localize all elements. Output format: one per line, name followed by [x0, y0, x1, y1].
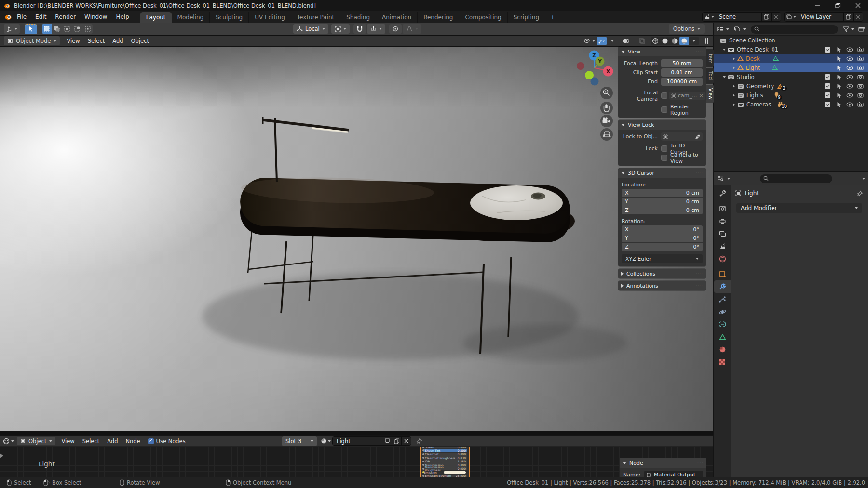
menu-window[interactable]: Window [80, 11, 111, 23]
viewport-canvas[interactable]: Z Y X [0, 47, 713, 431]
cursor-loc-y[interactable]: Y0 cm [622, 198, 703, 206]
outliner-row-lights[interactable]: Lights 9 [714, 91, 868, 100]
view-layer-name[interactable]: View Layer [797, 13, 843, 20]
close-button[interactable] [848, 0, 868, 11]
outliner-row-studio[interactable]: Studio [714, 72, 868, 81]
add-workspace-button[interactable]: + [545, 12, 560, 23]
tab-render[interactable] [715, 202, 730, 215]
gizmo-neg-x[interactable] [577, 62, 584, 70]
expand-icon[interactable] [733, 103, 735, 106]
clip-end-field[interactable]: 100000 cm [661, 78, 703, 86]
collection-checkbox[interactable] [825, 92, 830, 98]
focal-length-field[interactable]: 50 mm [661, 59, 703, 67]
shader-menu-select[interactable]: Select [79, 438, 103, 445]
rotation-order-dropdown[interactable]: XYZ Euler [622, 254, 703, 263]
camera-view-button[interactable] [600, 115, 613, 127]
tab-world[interactable] [715, 252, 730, 265]
expand-icon[interactable] [733, 85, 735, 88]
render-toggle[interactable] [855, 102, 866, 107]
collections-header[interactable]: Collections:::: [618, 269, 706, 278]
expand-icon[interactable] [733, 66, 735, 69]
render-toggle[interactable] [855, 83, 866, 89]
tab-object[interactable] [715, 268, 730, 280]
outliner-row-cameras[interactable]: Cameras 10 [714, 100, 868, 109]
collection-checkbox[interactable] [825, 47, 830, 53]
outliner-row-desk[interactable]: Desk [714, 54, 868, 63]
emission-color-swatch[interactable] [444, 471, 466, 474]
outliner-editor-icon[interactable] [717, 26, 724, 32]
scene-selector[interactable]: Scene [702, 12, 781, 22]
region-divider[interactable] [714, 171, 868, 172]
options-dropdown[interactable]: Options [669, 24, 705, 34]
menu-file[interactable]: File [13, 11, 31, 23]
shader-canvas[interactable]: Light Sheen0.000 Sheen Tint0.500 Clearco… [0, 447, 713, 477]
pin-icon[interactable] [416, 438, 422, 444]
render-toggle[interactable] [855, 92, 866, 98]
blender-menu-icon[interactable] [4, 13, 12, 21]
outliner-search-input[interactable] [751, 25, 838, 34]
pivot-point-dropdown[interactable] [331, 24, 350, 34]
shader-menu-add[interactable]: Add [103, 438, 122, 445]
snap-settings-dropdown[interactable] [367, 24, 385, 34]
render-toggle[interactable] [855, 47, 866, 52]
unlink-material-button[interactable] [401, 437, 411, 446]
shading-wireframe[interactable] [651, 37, 660, 45]
new-view-layer-button[interactable] [843, 13, 853, 21]
tab-physics[interactable] [715, 305, 730, 318]
hide-toggle[interactable] [844, 47, 855, 52]
shading-material[interactable] [670, 37, 679, 45]
cursor-rot-z[interactable]: Z0° [622, 243, 703, 251]
eyedropper-icon[interactable] [695, 134, 701, 140]
viewport-menu-select[interactable]: Select [84, 38, 108, 44]
tab-object-data[interactable] [715, 330, 730, 343]
expand-icon[interactable] [733, 94, 735, 97]
proportional-editing-toggle[interactable] [389, 24, 402, 34]
expand-icon[interactable] [733, 57, 735, 60]
hide-toggle[interactable] [844, 93, 855, 98]
lock-to-object-field[interactable] [661, 132, 703, 141]
outliner-row-scene-collection[interactable]: Scene Collection [714, 36, 868, 45]
viewport-menu-view[interactable]: View [63, 38, 83, 44]
tab-texture[interactable] [715, 356, 730, 368]
selectable-toggle[interactable] [834, 74, 844, 80]
minimize-button[interactable] [807, 0, 827, 11]
shader-type-dropdown[interactable]: Object [17, 437, 55, 445]
active-tool-select-box[interactable] [25, 24, 37, 34]
selectable-toggle[interactable] [834, 102, 844, 107]
collection-checkbox[interactable] [825, 74, 830, 80]
overlays-toggle[interactable] [621, 37, 630, 45]
tab-material[interactable] [715, 343, 730, 356]
select-mode-set[interactable] [42, 24, 52, 34]
local-camera-field[interactable]: cam_... × [669, 92, 705, 100]
mode-dropdown[interactable]: Object Mode [4, 36, 60, 45]
hide-toggle[interactable] [844, 102, 855, 107]
scene-name[interactable]: Scene [715, 13, 761, 20]
local-camera-checkbox[interactable] [661, 92, 667, 99]
selectable-toggle[interactable] [834, 92, 844, 98]
hide-toggle[interactable] [844, 56, 855, 61]
viewport-menu-add[interactable]: Add [108, 38, 127, 44]
view-lock-header[interactable]: View Lock [618, 120, 706, 130]
tab-uv-editing[interactable]: UV Editing [249, 12, 291, 23]
to-3d-cursor-checkbox[interactable] [661, 145, 667, 152]
display-mode-icon[interactable] [734, 26, 741, 32]
collection-checkbox[interactable] [825, 102, 830, 107]
tab-view-layer[interactable] [715, 227, 730, 240]
select-mode-subtract[interactable] [62, 24, 72, 34]
gizmos-dropdown[interactable] [608, 37, 617, 45]
tab-scripting[interactable]: Scripting [508, 12, 545, 23]
node-panel-header[interactable]: Node:::: [620, 458, 706, 468]
menu-edit[interactable]: Edit [31, 11, 51, 23]
fake-user-button[interactable] [382, 437, 392, 446]
hide-toggle[interactable] [844, 66, 855, 70]
show-gizmo-dropdown[interactable] [583, 37, 596, 45]
clear-camera-icon[interactable]: × [699, 92, 704, 99]
lamp-pole[interactable] [275, 118, 277, 182]
principled-bsdf-node[interactable]: Sheen0.000 Sheen Tint0.500 Clearcoat0.00… [420, 447, 470, 477]
cursor-panel-header[interactable]: 3D Cursor:::: [618, 168, 706, 178]
tab-shading[interactable]: Shading [340, 12, 376, 23]
sidebar-tab-item[interactable]: Item [706, 49, 714, 67]
render-region-checkbox[interactable] [661, 106, 667, 113]
shader-editor-type-button[interactable] [3, 438, 14, 445]
shader-menu-node[interactable]: Node [122, 438, 144, 445]
